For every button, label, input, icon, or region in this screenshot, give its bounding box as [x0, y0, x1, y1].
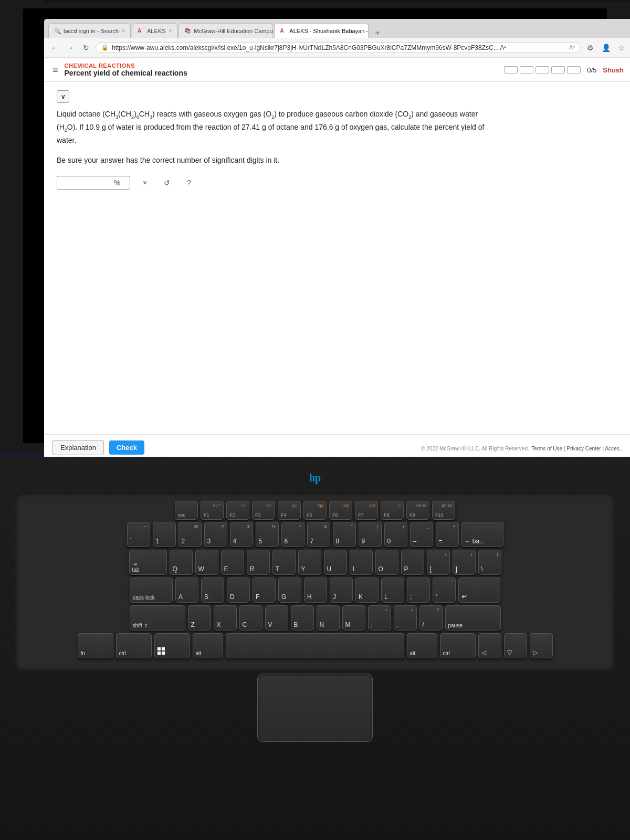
key-f4[interactable]: q▷F4 — [278, 501, 301, 520]
key-f8[interactable]: □F8 — [381, 501, 404, 520]
key-f1[interactable]: do *F1 — [201, 501, 224, 520]
key-m[interactable]: M — [342, 605, 365, 631]
key-f2[interactable]: ◁–F2 — [226, 501, 249, 520]
key-j[interactable]: J — [330, 578, 353, 603]
tab-close-laccd[interactable]: × — [122, 28, 125, 34]
tab-close-aleks[interactable]: × — [169, 28, 172, 34]
key-0[interactable]: )0 — [384, 522, 407, 547]
key-v[interactable]: V — [265, 605, 288, 631]
key-3[interactable]: #3 — [204, 522, 227, 547]
tab-mcgraw[interactable]: 📚 McGraw-Hill Education Campus × — [178, 23, 273, 38]
undo-action-button[interactable]: ↺ — [160, 175, 174, 190]
help-action-button[interactable]: ? — [182, 175, 196, 190]
touchpad[interactable] — [257, 674, 373, 742]
key-p[interactable]: P — [401, 550, 424, 575]
check-button[interactable]: Check — [109, 440, 144, 455]
expand-button[interactable]: ∨ — [57, 90, 69, 103]
key-alt-right[interactable]: alt — [407, 633, 437, 658]
hamburger-menu[interactable]: ≡ — [52, 65, 58, 76]
key-f[interactable]: F — [253, 578, 276, 603]
key-u[interactable]: U — [324, 550, 347, 575]
key-h[interactable]: H — [304, 578, 327, 603]
key-f9[interactable]: ins scF9 — [406, 501, 429, 520]
key-minus[interactable]: _– — [410, 522, 433, 547]
key-n[interactable]: N — [317, 605, 340, 631]
key-f6[interactable]: bqlF6 — [329, 501, 352, 520]
key-semicolon[interactable]: :; — [407, 578, 430, 603]
key-9[interactable]: (9 — [359, 522, 382, 547]
key-backtick[interactable]: ~` — [127, 522, 150, 547]
key-s[interactable]: S — [201, 578, 224, 603]
key-w[interactable]: W — [195, 550, 218, 575]
key-o[interactable]: O — [375, 550, 398, 575]
close-action-button[interactable]: × — [138, 175, 152, 190]
key-f5[interactable]: lqqF5 — [303, 501, 327, 520]
key-l[interactable]: L — [381, 578, 404, 603]
key-4[interactable]: $4 — [230, 522, 253, 547]
key-backspace[interactable]: ← ba... — [461, 522, 503, 547]
key-d[interactable]: D — [227, 578, 250, 603]
answer-input-wrapper[interactable]: % — [57, 176, 130, 190]
key-arrow-right[interactable]: ▷ — [530, 633, 553, 658]
key-comma[interactable]: <, — [368, 605, 391, 631]
key-q[interactable]: Q — [170, 550, 193, 575]
reader-icon: Aᵃ — [569, 44, 575, 51]
key-tab[interactable]: ⇥tab — [129, 550, 167, 575]
key-f10[interactable]: prt scF10 — [432, 501, 455, 520]
profile-button[interactable]: 👤 — [600, 41, 612, 54]
key-y[interactable]: Y — [298, 550, 321, 575]
key-alt-left[interactable]: alt — [193, 633, 223, 658]
key-f7[interactable]: pplF7 — [355, 501, 378, 520]
key-a[interactable]: A — [175, 578, 198, 603]
explanation-button[interactable]: Explanation — [52, 440, 104, 455]
key-ctrl-left[interactable]: ctrl — [116, 633, 152, 658]
forward-button[interactable]: → — [64, 41, 77, 54]
key-windows[interactable] — [154, 633, 190, 658]
key-z[interactable]: Z — [188, 605, 211, 631]
favorites-button[interactable]: ☆ — [615, 41, 628, 54]
key-lbracket[interactable]: {[ — [427, 550, 450, 575]
key-fn[interactable]: fn — [78, 633, 113, 658]
tab-aleks[interactable]: A ALEKS × — [132, 23, 177, 38]
key-arrow-left[interactable]: ◁ — [478, 633, 501, 658]
key-f3[interactable]: ◁▷F3 — [252, 501, 275, 520]
key-shift-left[interactable]: shift ⇧ — [130, 605, 185, 631]
key-2[interactable]: @2 — [178, 522, 202, 547]
key-rbracket[interactable]: }] — [453, 550, 476, 575]
key-backslash[interactable]: |\ — [478, 550, 501, 575]
key-x[interactable]: X — [214, 605, 237, 631]
key-period[interactable]: >. — [394, 605, 417, 631]
key-ctrl-right[interactable]: ctrl — [440, 633, 476, 658]
extensions-button[interactable]: ⚙ — [584, 41, 596, 54]
key-r[interactable]: R — [247, 550, 270, 575]
key-arrow-down[interactable]: ▽ — [504, 633, 527, 658]
key-esc[interactable]: esc — [175, 501, 198, 520]
key-1[interactable]: !1 — [153, 522, 176, 547]
key-enter[interactable]: ↵ — [458, 578, 500, 603]
answer-input[interactable] — [61, 178, 114, 187]
back-button[interactable]: ← — [48, 41, 61, 54]
key-shift-right[interactable]: pause — [445, 605, 501, 631]
key-8[interactable]: *8 — [333, 522, 356, 547]
reload-button[interactable]: ↻ — [80, 41, 92, 54]
key-5[interactable]: %5 — [256, 522, 279, 547]
key-equals[interactable]: += — [436, 522, 459, 547]
tab-aleks-active[interactable]: A ALEKS - Shushanik Babayan - Le... × — [274, 23, 369, 38]
new-tab-button[interactable]: + — [372, 28, 383, 38]
key-t[interactable]: T — [272, 550, 296, 575]
key-i[interactable]: I — [350, 550, 373, 575]
key-slash[interactable]: ?/ — [419, 605, 443, 631]
key-space[interactable] — [226, 633, 404, 658]
key-g[interactable]: G — [278, 578, 301, 603]
key-e[interactable]: E — [221, 550, 244, 575]
key-c[interactable]: C — [239, 605, 262, 631]
key-k[interactable]: K — [355, 578, 379, 603]
tab-laccd[interactable]: 🔍 laccd sign in - Search × — [48, 23, 131, 38]
key-capslock[interactable]: caps lock — [130, 578, 173, 603]
key-b[interactable]: B — [291, 605, 314, 631]
key-6[interactable]: ^6 — [281, 522, 304, 547]
key-7[interactable]: &7 — [307, 522, 330, 547]
address-bar[interactable]: 🔒 https://www-awu.aleks.com/alekscgi/x/l… — [96, 43, 581, 53]
key-quote[interactable]: "' — [433, 578, 456, 603]
svg-rect-4 — [158, 647, 161, 650]
